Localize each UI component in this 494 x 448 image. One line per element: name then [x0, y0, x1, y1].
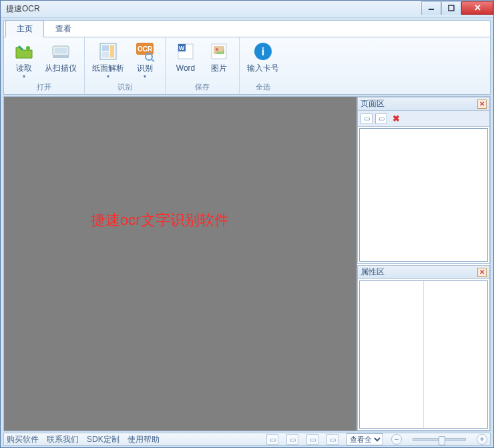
contact-link[interactable]: 联系我们	[47, 434, 79, 445]
properties-panel-close-icon[interactable]: ✕	[477, 268, 487, 277]
svg-rect-4	[55, 48, 67, 53]
properties-panel-header: 属性区 ✕	[358, 266, 489, 279]
read-button[interactable]: 读取 ▾	[8, 39, 40, 81]
svg-rect-8	[110, 45, 114, 57]
group-label-save: 保存	[195, 81, 210, 93]
svg-point-2	[26, 46, 30, 50]
ribbon: 读取 ▾ 从扫描仪 打开 纸面解析 ▾	[3, 37, 491, 95]
pages-panel-close-icon[interactable]: ✕	[477, 99, 487, 109]
zoom-mode-select[interactable]: 查看全	[346, 433, 383, 445]
parse-button[interactable]: 纸面解析 ▾	[89, 39, 128, 81]
buy-link[interactable]: 购买软件	[7, 434, 39, 445]
delete-page-icon[interactable]: ✖	[390, 114, 402, 124]
workspace: 捷速ocr文字识别软件 页面区 ✕ ▭ ▭ ✖ 属性区	[3, 96, 491, 431]
right-pane: 页面区 ✕ ▭ ▭ ✖ 属性区 ✕	[356, 97, 490, 431]
pages-panel-header: 页面区 ✕	[358, 97, 489, 111]
save-image-button[interactable]: 图片	[203, 39, 235, 74]
ribbon-group-recognize: 纸面解析 ▾ OCR 识别 ▾ 识别	[85, 37, 166, 94]
view-mode-4-icon[interactable]: ▭	[326, 434, 338, 445]
help-link[interactable]: 使用帮助	[128, 434, 160, 445]
pages-panel: 页面区 ✕ ▭ ▭ ✖	[357, 97, 490, 264]
status-bar: 购买软件 联系我们 SDK定制 使用帮助 ▭ ▭ ▭ ▭ 查看全 − +	[3, 433, 491, 446]
ribbon-tabs: 主页 查看	[3, 20, 491, 37]
svg-rect-7	[102, 45, 109, 51]
ribbon-group-select: i 输入卡号 全选	[240, 37, 286, 94]
word-icon: W	[175, 41, 196, 62]
view-mode-3-icon[interactable]: ▭	[306, 434, 318, 445]
scanner-icon	[50, 41, 71, 62]
scanner-button[interactable]: 从扫描仪	[41, 39, 80, 74]
chevron-down-icon: ▾	[144, 73, 146, 79]
svg-rect-9	[102, 52, 109, 57]
pages-panel-title: 页面区	[360, 98, 385, 109]
ribbon-group-open: 读取 ▾ 从扫描仪 打开	[4, 37, 85, 94]
sdk-link[interactable]: SDK定制	[87, 434, 119, 445]
zoom-slider[interactable]	[413, 438, 466, 441]
pages-list[interactable]	[359, 128, 488, 262]
input-card-button[interactable]: i 输入卡号	[244, 39, 282, 74]
chevron-down-icon: ▾	[23, 73, 25, 79]
view-mode-2-icon[interactable]: ▭	[286, 434, 298, 445]
view-mode-1-icon[interactable]: ▭	[266, 434, 278, 445]
svg-text:i: i	[262, 46, 264, 57]
thumbnails-view-icon[interactable]: ▭	[360, 114, 373, 124]
svg-point-19	[216, 48, 218, 51]
title-bar: 捷速OCR ✕	[1, 1, 493, 18]
app-window: 捷速OCR ✕ 主页 查看 读取 ▾	[0, 0, 494, 448]
image-icon	[208, 41, 230, 62]
canvas-area[interactable]: 捷速ocr文字识别软件	[4, 97, 356, 431]
pages-panel-toolbar: ▭ ▭ ✖	[358, 111, 489, 127]
tab-view[interactable]: 查看	[44, 20, 83, 37]
svg-text:OCR: OCR	[138, 45, 153, 53]
group-label-recognize: 识别	[117, 81, 132, 93]
properties-panel: 属性区 ✕	[357, 265, 490, 431]
window-buttons: ✕	[421, 1, 493, 15]
ocr-button[interactable]: OCR 识别 ▾	[129, 39, 161, 81]
properties-panel-title: 属性区	[360, 266, 385, 278]
folder-icon	[13, 41, 35, 62]
properties-grid[interactable]	[359, 280, 488, 429]
group-label-open: 打开	[37, 81, 51, 93]
zoom-out-button[interactable]: −	[391, 434, 402, 445]
ribbon-group-save: W Word 图片 保存	[166, 37, 240, 94]
watermark-text: 捷速ocr文字识别软件	[91, 210, 229, 230]
chevron-down-icon: ▾	[107, 73, 109, 79]
maximize-button[interactable]	[441, 1, 461, 15]
svg-rect-5	[53, 55, 69, 58]
zoom-in-button[interactable]: +	[477, 434, 487, 445]
close-button[interactable]: ✕	[461, 1, 493, 15]
svg-rect-1	[449, 5, 454, 11]
group-label-select: 全选	[256, 81, 270, 93]
window-title: 捷速OCR	[6, 3, 40, 15]
ocr-icon: OCR	[134, 41, 156, 62]
minimize-button[interactable]	[421, 1, 441, 15]
info-icon: i	[252, 41, 274, 62]
tab-home[interactable]: 主页	[5, 20, 44, 37]
save-word-button[interactable]: W Word	[170, 39, 202, 74]
list-view-icon[interactable]: ▭	[375, 114, 387, 124]
layout-icon	[97, 41, 119, 62]
svg-line-13	[152, 59, 154, 61]
svg-text:W: W	[179, 45, 185, 51]
